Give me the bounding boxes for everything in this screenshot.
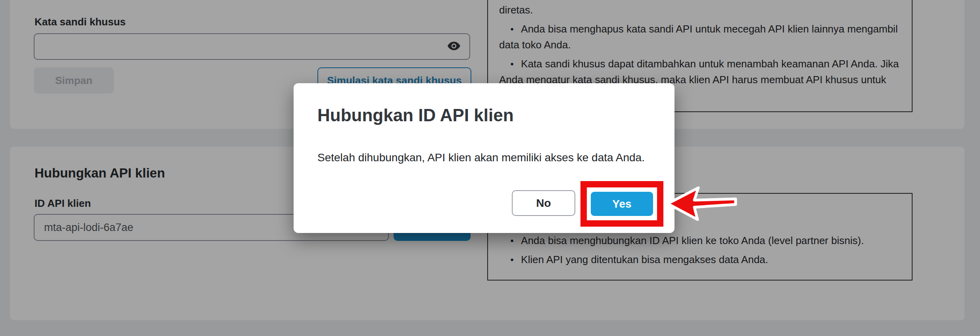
highlight-box: Yes [580,181,663,227]
no-button[interactable]: No [512,190,575,216]
dialog-message: Setelah dihubungkan, API klien akan memi… [317,151,645,164]
arrow-left-icon [666,185,737,223]
api-settings-page: Kata sandi khusus Simpan Simulasi kata s… [0,0,980,336]
yes-button[interactable]: Yes [591,192,653,216]
dialog-title: Hubungkan ID API klien [317,105,514,125]
